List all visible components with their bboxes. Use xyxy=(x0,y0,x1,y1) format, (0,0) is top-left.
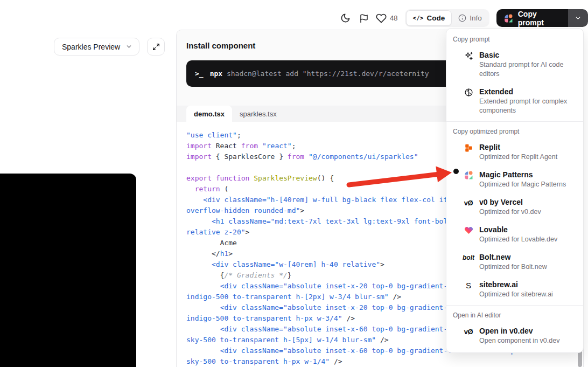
menu-item-description: Optimized for Magic Patterns xyxy=(479,180,577,189)
code-info-segmented-control: </> Code Info xyxy=(405,9,489,27)
expand-preview-button[interactable] xyxy=(147,38,165,56)
menu-item-text: BasicStandard prompt for AI code editors xyxy=(479,50,577,79)
tab-demo-tsx[interactable]: demo.tsx xyxy=(186,106,232,122)
heart-icon xyxy=(376,13,387,24)
bolt-icon: bolt xyxy=(463,252,474,263)
tab-info[interactable]: Info xyxy=(452,10,488,26)
menu-item-title: Replit xyxy=(479,142,577,153)
menu-item-magic-patterns[interactable]: Magic PatternsOptimized for Magic Patter… xyxy=(446,165,583,193)
menu-item-extended[interactable]: ExtendedExtended prompt for complex comp… xyxy=(446,82,583,119)
magic-patterns-icon xyxy=(463,170,474,181)
menu-item-title: Lovable xyxy=(479,224,577,235)
flag-icon[interactable] xyxy=(357,11,371,26)
preview-selector-label: Sparkles Preview xyxy=(62,43,120,51)
sparkles-icon xyxy=(463,50,474,61)
component-preview-canvas xyxy=(0,174,136,367)
code-line: sky-500 to-transparent h-px w-1/4" /> xyxy=(186,356,583,367)
menu-item-description: Optimized for v0.dev xyxy=(479,207,577,217)
menu-item-replit[interactable]: ReplitOptimized for Replit Agent xyxy=(446,138,583,165)
magic-patterns-icon xyxy=(503,13,514,24)
likes-count: 48 xyxy=(390,14,397,22)
menu-item-description: Open component in v0.dev xyxy=(479,336,577,345)
menu-item-text: v0 by VercelOptimized for v0.dev xyxy=(479,197,577,217)
toolbar: 48 </> Code Info Copy prompt xyxy=(338,9,588,27)
info-icon xyxy=(458,14,466,22)
code-label: Code xyxy=(426,14,445,22)
install-title: Install component xyxy=(186,41,255,50)
menu-item-text: Bolt.newOptimized for Bolt.new xyxy=(479,252,577,272)
menu-item-text: ReplitOptimized for Replit Agent xyxy=(479,142,577,162)
menu-section-label: Copy prompt xyxy=(446,32,583,46)
menu-item-title: Extended xyxy=(479,86,577,97)
terminal-prompt-icon: >_ xyxy=(195,70,204,78)
menu-item-description: Extended prompt for complex components xyxy=(479,97,577,115)
menu-item-title: Bolt.new xyxy=(479,252,577,262)
copy-prompt-split-button: Copy prompt xyxy=(496,9,588,27)
menu-section-label: Open in AI editor xyxy=(446,308,583,322)
menu-item-title: Open in v0.dev xyxy=(479,326,577,336)
tab-code[interactable]: </> Code xyxy=(406,10,452,26)
code-icon: </> xyxy=(413,15,424,22)
menu-item-title: sitebrew.ai xyxy=(479,279,577,290)
copy-prompt-button[interactable]: Copy prompt xyxy=(496,9,568,27)
menu-item-text: Magic PatternsOptimized for Magic Patter… xyxy=(479,169,577,189)
expand-icon xyxy=(152,43,160,51)
menu-item-sitebrew-ai[interactable]: Ssitebrew.aiOptimized for sitebrew.ai xyxy=(446,275,583,303)
replit-icon xyxy=(463,142,474,153)
menu-item-description: Standard prompt for AI code editors xyxy=(479,60,577,79)
menu-item-text: LovableOptimized for Lovable.dev xyxy=(479,224,577,244)
sitebrew-icon: S xyxy=(463,280,474,290)
brain-icon xyxy=(463,87,474,98)
menu-item-description: Optimized for Replit Agent xyxy=(479,153,577,162)
menu-section: Open in AI editorvØOpen in v0.devOpen co… xyxy=(446,305,583,349)
menu-item-description: Optimized for sitebrew.ai xyxy=(479,290,577,299)
menu-item-v0-by-vercel[interactable]: vØv0 by VercelOptimized for v0.dev xyxy=(446,193,583,220)
v0-icon: vØ xyxy=(463,326,474,337)
copy-prompt-label: Copy prompt xyxy=(518,10,560,27)
menu-item-text: sitebrew.aiOptimized for sitebrew.ai xyxy=(479,279,577,299)
menu-item-text: Open in v0.devOpen component in v0.dev xyxy=(479,326,577,345)
menu-item-title: v0 by Vercel xyxy=(479,197,577,207)
v0-icon: vØ xyxy=(463,197,474,208)
preview-selector[interactable]: Sparkles Preview xyxy=(54,38,139,56)
menu-section-label: Copy optimized prompt xyxy=(446,124,583,138)
menu-item-description: Optimized for Bolt.new xyxy=(479,262,577,272)
preview-controls: Sparkles Preview xyxy=(54,38,165,56)
install-command: npx shadcn@latest add "https://21st.dev/… xyxy=(210,70,429,78)
menu-item-basic[interactable]: BasicStandard prompt for AI code editors xyxy=(446,46,583,82)
likes[interactable]: 48 xyxy=(376,13,397,24)
lovable-icon xyxy=(463,225,474,236)
menu-item-title: Magic Patterns xyxy=(479,169,577,180)
menu-item-description: Optimized for Lovable.dev xyxy=(479,235,577,244)
menu-item-lovable[interactable]: LovableOptimized for Lovable.dev xyxy=(446,220,583,248)
menu-section: Copy optimized promptReplitOptimized for… xyxy=(446,121,583,303)
copy-prompt-dropdown-toggle[interactable] xyxy=(567,9,588,27)
menu-item-open-in-v0-dev[interactable]: vØOpen in v0.devOpen component in v0.dev xyxy=(446,322,583,349)
chevron-down-icon xyxy=(125,43,132,50)
menu-section: Copy promptBasicStandard prompt for AI c… xyxy=(446,32,583,119)
info-label: Info xyxy=(470,14,482,22)
menu-item-bolt-new[interactable]: boltBolt.newOptimized for Bolt.new xyxy=(446,248,583,275)
theme-toggle-moon-icon[interactable] xyxy=(338,11,352,26)
menu-item-title: Basic xyxy=(479,50,577,60)
chevron-down-icon xyxy=(575,15,582,22)
annotation-target-dot xyxy=(453,169,459,174)
menu-item-text: ExtendedExtended prompt for complex comp… xyxy=(479,86,577,115)
copy-prompt-dropdown-menu: Copy promptBasicStandard prompt for AI c… xyxy=(446,28,584,353)
tab-sparkles-tsx[interactable]: sparkles.tsx xyxy=(232,106,284,122)
